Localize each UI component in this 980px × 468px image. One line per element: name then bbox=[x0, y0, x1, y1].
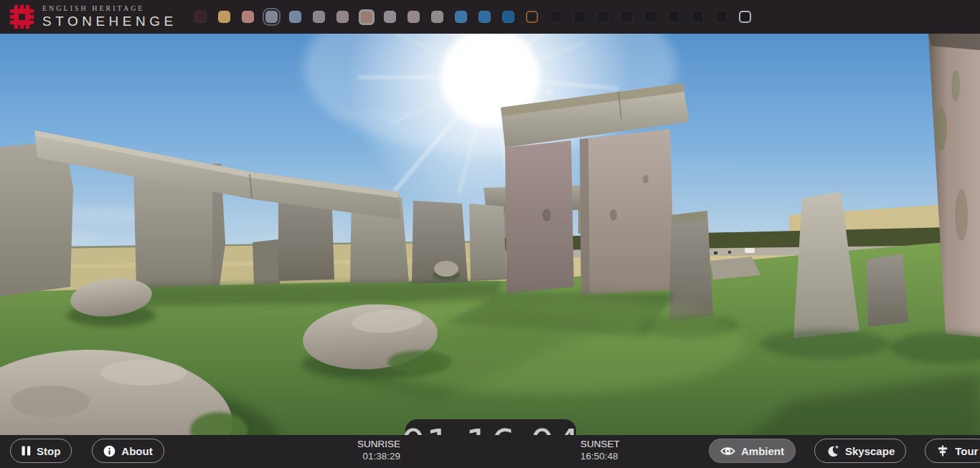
about-button[interactable]: About bbox=[92, 439, 164, 463]
hour-swatch-19[interactable] bbox=[644, 11, 656, 23]
hour-swatch-23[interactable] bbox=[739, 11, 751, 23]
signpost-icon bbox=[936, 444, 949, 457]
hour-swatch-7[interactable] bbox=[359, 9, 374, 25]
hour-swatch-8[interactable] bbox=[384, 11, 396, 23]
hour-swatch-1[interactable] bbox=[218, 11, 230, 23]
hour-swatch-16[interactable] bbox=[573, 11, 585, 23]
hour-swatch-4[interactable] bbox=[289, 11, 301, 23]
sunrise-label: SUNRISE bbox=[308, 438, 400, 450]
english-heritage-logo-icon bbox=[9, 4, 34, 29]
hour-swatch-row bbox=[194, 0, 751, 34]
pause-icon bbox=[22, 446, 31, 456]
hour-swatch-15[interactable] bbox=[550, 11, 562, 23]
hour-swatch-10[interactable] bbox=[431, 11, 443, 23]
skyscape-label: Skyscape bbox=[845, 445, 895, 457]
brand-eyebrow: ENGLISH HERITAGE bbox=[42, 4, 177, 12]
playback-controls: Stop About bbox=[10, 439, 164, 463]
brand-text: ENGLISH HERITAGE STONEHENGE bbox=[42, 4, 177, 29]
stonehenge-skyscape-app: ENGLISH HERITAGE STONEHENGE 01:16:04 Sto… bbox=[0, 0, 980, 468]
hour-swatch-21[interactable] bbox=[692, 11, 704, 23]
hour-swatch-20[interactable] bbox=[668, 11, 680, 23]
sunset-label: SUNSET bbox=[580, 438, 672, 450]
about-label: About bbox=[121, 445, 152, 457]
brand-name: STONEHENGE bbox=[42, 14, 177, 29]
panorama-scene[interactable] bbox=[0, 0, 980, 468]
moon-sparkle-icon bbox=[826, 444, 839, 458]
sunrise-info: SUNRISE 01:38:29 bbox=[308, 438, 400, 462]
great-trilithon bbox=[501, 83, 689, 295]
ambient-button[interactable]: Ambient bbox=[709, 439, 796, 463]
stop-button[interactable]: Stop bbox=[10, 439, 72, 463]
hour-swatch-14[interactable] bbox=[526, 11, 538, 23]
sunset-time: 16:50:48 bbox=[580, 450, 672, 462]
sunrise-time: 01:38:29 bbox=[308, 450, 400, 462]
hour-swatch-6[interactable] bbox=[336, 11, 349, 23]
hour-swatch-2[interactable] bbox=[242, 11, 254, 23]
tour-label: Tour bbox=[955, 445, 978, 457]
mode-controls: Ambient Skyscape Tour bbox=[709, 439, 980, 463]
hour-swatch-0[interactable] bbox=[194, 11, 207, 23]
skyscape-button[interactable]: Skyscape bbox=[814, 439, 906, 463]
hour-swatch-3[interactable] bbox=[265, 11, 278, 23]
eye-icon bbox=[720, 446, 735, 457]
top-bar: ENGLISH HERITAGE STONEHENGE bbox=[0, 0, 980, 34]
hour-swatch-9[interactable] bbox=[407, 11, 420, 23]
info-icon bbox=[103, 445, 116, 457]
brand: ENGLISH HERITAGE STONEHENGE bbox=[9, 0, 177, 34]
tour-button[interactable]: Tour bbox=[925, 439, 980, 463]
stop-label: Stop bbox=[37, 445, 60, 457]
hour-swatch-17[interactable] bbox=[597, 11, 609, 23]
hour-swatch-11[interactable] bbox=[455, 11, 467, 23]
hour-swatch-13[interactable] bbox=[502, 11, 514, 23]
ambient-label: Ambient bbox=[741, 445, 784, 457]
sunset-info: SUNSET 16:50:48 bbox=[580, 438, 672, 462]
hour-swatch-18[interactable] bbox=[621, 11, 633, 23]
hour-swatch-22[interactable] bbox=[715, 11, 727, 23]
hour-swatch-12[interactable] bbox=[479, 11, 491, 23]
hour-swatch-5[interactable] bbox=[313, 11, 325, 23]
